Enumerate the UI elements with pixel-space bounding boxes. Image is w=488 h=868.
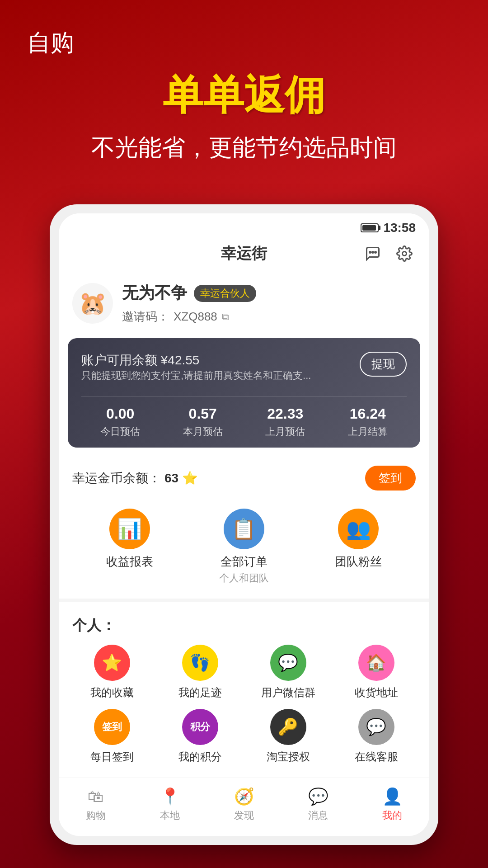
bottom-nav: 🛍 购物 📍 本地 🧭 发现 💬 消息 👤 我的: [59, 778, 429, 836]
menu-daily-checkin[interactable]: 签到 每日签到: [72, 709, 151, 764]
phone-mockup: 13:58 幸运街: [50, 204, 438, 845]
coin-icon: ⭐: [182, 471, 198, 486]
nav-shopping[interactable]: 🛍 购物: [73, 787, 118, 822]
status-time: 13:58: [383, 221, 416, 235]
my-points-icon: 积分: [182, 709, 218, 745]
action-all-orders[interactable]: 📋 全部订单 个人和团队: [187, 509, 301, 585]
quick-actions: 📊 收益报表 📋 全部订单 个人和团队 👥 团队粉丝: [59, 500, 429, 602]
coins-amount: 63: [164, 471, 178, 486]
avatar: 🐹: [72, 283, 113, 324]
menu-taobao-auth[interactable]: 🔑 淘宝授权: [249, 709, 328, 764]
invite-label: 邀请码：: [122, 309, 169, 325]
personal-menu-row1: ⭐ 我的收藏 👣 我的足迹 💬 用户微信群 🏠 收货地址: [72, 645, 416, 700]
stat-last-settle-value: 16.24: [329, 406, 407, 422]
status-bar: 13:58: [59, 213, 429, 239]
app-header: 幸运街: [59, 239, 429, 273]
daily-checkin-label: 每日签到: [90, 750, 134, 764]
menu-my-footprint[interactable]: 👣 我的足迹: [160, 645, 239, 700]
header-icons: [361, 242, 416, 265]
earnings-report-icon: 📊: [109, 509, 150, 549]
wechat-group-label: 用户微信群: [261, 685, 315, 700]
action-team-fans[interactable]: 👥 团队粉丝: [301, 509, 416, 585]
balance-amount: 42.55: [168, 353, 199, 367]
menu-address[interactable]: 🏠 收货地址: [337, 645, 416, 700]
footprint-label: 我的足迹: [178, 685, 222, 700]
svg-point-0: [370, 252, 371, 253]
user-name: 无为不争: [122, 282, 187, 304]
balance-header: 账户可用余额 ¥42.55 只能提现到您的支付宝,请提前用真实姓名和正确支...…: [81, 352, 407, 392]
messages-nav-icon: 💬: [308, 787, 328, 806]
daily-checkin-icon: 签到: [94, 709, 130, 745]
self-buy-label: 自购: [27, 27, 461, 59]
mine-nav-label: 我的: [382, 809, 402, 822]
nav-discover[interactable]: 🧭 发现: [221, 787, 267, 822]
coins-section: 幸运金币余额： 63 ⭐ 签到: [59, 457, 429, 500]
address-icon: 🏠: [358, 645, 394, 681]
local-nav-icon: 📍: [160, 787, 180, 806]
svg-point-1: [372, 252, 374, 253]
personal-section-title: 个人：: [72, 616, 416, 636]
svg-point-3: [403, 252, 407, 256]
menu-online-support[interactable]: 💬 在线客服: [337, 709, 416, 764]
user-name-row: 无为不争 幸运合伙人: [122, 282, 416, 304]
messages-nav-label: 消息: [308, 809, 328, 822]
page-background: 自购 单单返佣 不光能省，更能节约选品时间 13:58 幸运街: [0, 0, 488, 868]
balance-note: 只能提现到您的支付宝,请提前用真实姓名和正确支...: [81, 369, 311, 382]
message-icon-btn[interactable]: [361, 242, 384, 265]
phone-inner: 13:58 幸运街: [59, 213, 429, 836]
favorites-icon: ⭐: [94, 645, 130, 681]
partner-badge: 幸运合伙人: [194, 285, 256, 302]
stat-month-value: 0.57: [164, 406, 242, 422]
subtitle: 不光能省，更能节约选品时间: [27, 132, 461, 164]
stat-last-settle: 16.24 上月结算: [329, 406, 407, 439]
withdraw-button[interactable]: 提现: [360, 352, 407, 377]
invite-code-row: 邀请码： XZQ888 ⧉: [122, 309, 416, 325]
stat-today: 0.00 今日预估: [81, 406, 160, 439]
nav-messages[interactable]: 💬 消息: [296, 787, 341, 822]
team-fans-label: 团队粉丝: [335, 554, 382, 570]
online-support-label: 在线客服: [355, 750, 398, 764]
coins-label: 幸运金币余额： 63 ⭐: [72, 470, 198, 487]
all-orders-icon: 📋: [224, 509, 264, 549]
local-nav-label: 本地: [160, 809, 180, 822]
invite-code-value: XZQ888: [174, 310, 217, 324]
user-info: 无为不争 幸运合伙人 邀请码： XZQ888 ⧉: [122, 282, 416, 325]
shopping-nav-label: 购物: [86, 809, 106, 822]
team-fans-icon: 👥: [338, 509, 379, 549]
shopping-nav-icon: 🛍: [88, 787, 104, 806]
stat-month: 0.57 本月预估: [164, 406, 242, 439]
nav-local[interactable]: 📍 本地: [147, 787, 192, 822]
balance-stats: 0.00 今日预估 0.57 本月预估 22.33 上月预估 16.24 上月结…: [81, 396, 407, 439]
promo-section: 自购 单单返佣 不光能省，更能节约选品时间: [0, 0, 488, 204]
footprint-icon: 👣: [182, 645, 218, 681]
menu-my-favorites[interactable]: ⭐ 我的收藏: [72, 645, 151, 700]
personal-section: 个人： ⭐ 我的收藏 👣 我的足迹 💬 用户微信群 🏠: [59, 602, 429, 778]
mine-nav-icon: 👤: [382, 787, 403, 806]
battery-icon: [361, 223, 379, 232]
address-label: 收货地址: [355, 685, 398, 700]
stat-today-label: 今日预估: [81, 425, 160, 439]
action-earnings-report[interactable]: 📊 收益报表: [72, 509, 187, 585]
discover-nav-icon: 🧭: [234, 787, 254, 806]
checkin-button[interactable]: 签到: [365, 466, 416, 491]
taobao-auth-label: 淘宝授权: [267, 750, 310, 764]
personal-menu-row2: 签到 每日签到 积分 我的积分 🔑 淘宝授权 💬 在线客服: [72, 709, 416, 764]
menu-my-points[interactable]: 积分 我的积分: [160, 709, 239, 764]
stat-last-month: 22.33 上月预估: [246, 406, 324, 439]
menu-wechat-group[interactable]: 💬 用户微信群: [249, 645, 328, 700]
app-title: 幸运街: [221, 243, 267, 264]
discover-nav-label: 发现: [234, 809, 254, 822]
nav-mine[interactable]: 👤 我的: [370, 787, 415, 822]
copy-icon[interactable]: ⧉: [222, 311, 229, 323]
stat-last-month-label: 上月预估: [246, 425, 324, 439]
stat-last-month-value: 22.33: [246, 406, 324, 422]
svg-point-2: [375, 252, 376, 253]
my-points-label: 我的积分: [178, 750, 222, 764]
wechat-group-icon: 💬: [270, 645, 306, 681]
balance-card: 账户可用余额 ¥42.55 只能提现到您的支付宝,请提前用真实姓名和正确支...…: [68, 338, 420, 448]
favorites-label: 我的收藏: [90, 685, 134, 700]
online-support-icon: 💬: [358, 709, 394, 745]
settings-icon-btn[interactable]: [393, 242, 416, 265]
balance-title: 账户可用余额 ¥42.55: [81, 352, 311, 369]
all-orders-label: 全部订单: [221, 554, 267, 570]
